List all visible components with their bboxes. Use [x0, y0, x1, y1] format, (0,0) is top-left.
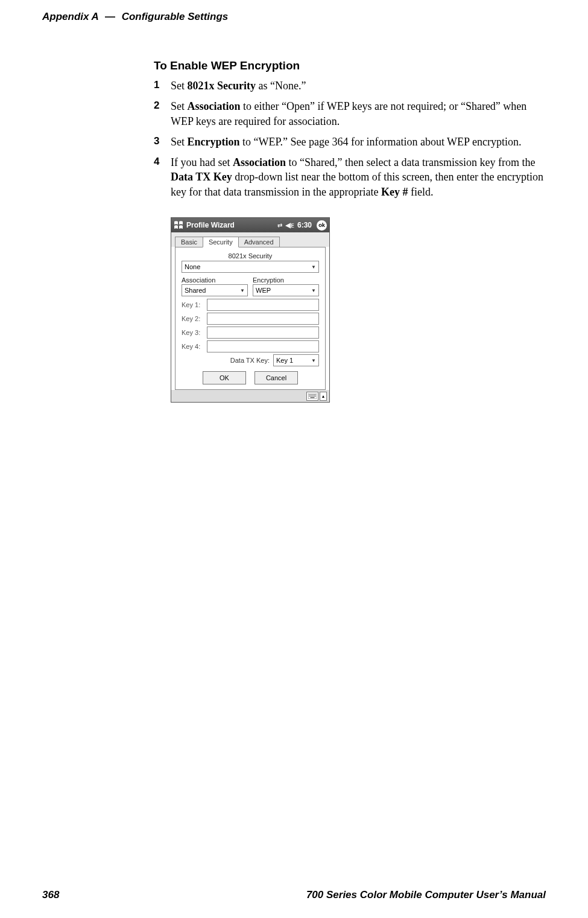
tab-strip: Basic Security Advanced [171, 232, 329, 247]
step-text: field. [408, 186, 433, 198]
clock[interactable]: 6:30 [297, 221, 312, 229]
key2-label: Key 2: [182, 315, 203, 322]
step-text: Set [171, 100, 188, 112]
tab-security[interactable]: Security [203, 237, 239, 247]
step-bold: 8021x Security [188, 80, 256, 92]
data-tx-key-label: Data TX Key: [230, 357, 270, 364]
association-label: Association [182, 276, 248, 284]
start-icon[interactable] [174, 220, 183, 230]
step-3: 3 Set Encryption to “WEP.” See page 364 … [154, 135, 546, 149]
svg-rect-1 [309, 394, 310, 395]
encryption-value: WEP [256, 287, 271, 294]
step-text: Set [171, 80, 188, 92]
svg-rect-2 [311, 394, 311, 395]
section-title: Configurable Settings [122, 11, 229, 22]
chevron-down-icon: ▼ [311, 358, 316, 363]
key3-label: Key 3: [182, 329, 203, 336]
step-number: 3 [154, 135, 159, 148]
chevron-down-icon: ▼ [311, 288, 316, 293]
data-tx-key-value: Key 1 [276, 357, 293, 364]
ok-close-button[interactable]: ok [317, 220, 327, 231]
keyboard-icon[interactable] [306, 392, 318, 401]
window-title: Profile Wizard [186, 221, 274, 229]
step-bold: Association [188, 100, 241, 112]
key4-input[interactable] [207, 340, 319, 352]
svg-rect-5 [314, 394, 315, 395]
svg-rect-4 [313, 394, 314, 395]
svg-rect-13 [311, 397, 315, 398]
step-bold: Encryption [188, 136, 240, 148]
page-number: 368 [42, 889, 59, 901]
appendix-label: Appendix A [42, 11, 98, 22]
step-2: 2 Set Association to either “Open” if WE… [154, 99, 546, 129]
encryption-select[interactable]: WEP ▼ [253, 284, 319, 296]
8021x-label: 8021x Security [182, 252, 319, 260]
step-text: to “WEP.” See page 364 for information a… [240, 136, 522, 148]
tab-basic[interactable]: Basic [175, 237, 203, 247]
header-dash: — [101, 11, 119, 22]
step-number: 1 [154, 78, 159, 92]
step-1: 1 Set 8021x Security as “None.” [154, 78, 546, 93]
key3-input[interactable] [207, 327, 319, 339]
chevron-down-icon: ▼ [311, 264, 316, 270]
device-screenshot: Profile Wizard ⇄ ◀ᴇ 6:30 ok Basic Securi… [171, 217, 330, 403]
page-header: Appendix A — Configurable Settings [42, 0, 546, 23]
key1-input[interactable] [207, 299, 319, 311]
key4-label: Key 4: [182, 343, 203, 350]
procedure-heading: To Enable WEP Encryption [154, 59, 546, 72]
steps-list: 1 Set 8021x Security as “None.” 2 Set As… [154, 78, 546, 199]
step-text: as “None.” [256, 80, 306, 92]
association-select[interactable]: Shared ▼ [182, 284, 248, 296]
security-panel: 8021x Security None ▼ Association Shared… [175, 247, 326, 390]
step-bold: Data TX Key [171, 171, 232, 183]
8021x-value: None [185, 263, 200, 270]
tab-advanced[interactable]: Advanced [238, 237, 280, 247]
association-value: Shared [185, 287, 206, 294]
ok-button[interactable]: OK [203, 371, 246, 384]
step-number: 2 [154, 99, 159, 113]
svg-rect-6 [315, 394, 315, 395]
manual-title: 700 Series Color Mobile Computer User’s … [306, 889, 546, 901]
svg-rect-3 [312, 394, 312, 395]
step-bold: Key # [381, 186, 408, 198]
encryption-label: Encryption [253, 276, 319, 284]
chevron-down-icon: ▼ [240, 288, 245, 293]
key1-label: Key 1: [182, 301, 203, 308]
step-bold: Association [233, 156, 286, 168]
step-number: 4 [154, 155, 159, 169]
page-footer: 368 700 Series Color Mobile Computer Use… [42, 889, 546, 901]
volume-icon[interactable]: ◀ᴇ [285, 221, 294, 229]
step-text: to “Shared,” then select a data transmis… [286, 156, 535, 168]
key2-input[interactable] [207, 313, 319, 325]
sip-arrow-icon[interactable]: ▲ [320, 392, 327, 401]
connectivity-icon[interactable]: ⇄ [277, 222, 282, 229]
step-text: Set [171, 136, 188, 148]
svg-rect-10 [313, 395, 314, 396]
8021x-select[interactable]: None ▼ [182, 261, 319, 273]
svg-rect-7 [309, 395, 310, 396]
svg-rect-11 [314, 395, 315, 396]
data-tx-key-select[interactable]: Key 1 ▼ [273, 354, 319, 366]
step-text: If you had set [171, 156, 233, 168]
window-titlebar: Profile Wizard ⇄ ◀ᴇ 6:30 ok [171, 218, 329, 232]
sip-bar: ▲ [171, 390, 329, 402]
svg-rect-12 [315, 395, 315, 396]
svg-rect-8 [311, 395, 311, 396]
svg-rect-9 [312, 395, 312, 396]
cancel-button[interactable]: Cancel [254, 371, 298, 384]
step-4: 4 If you had set Association to “Shared,… [154, 155, 546, 199]
